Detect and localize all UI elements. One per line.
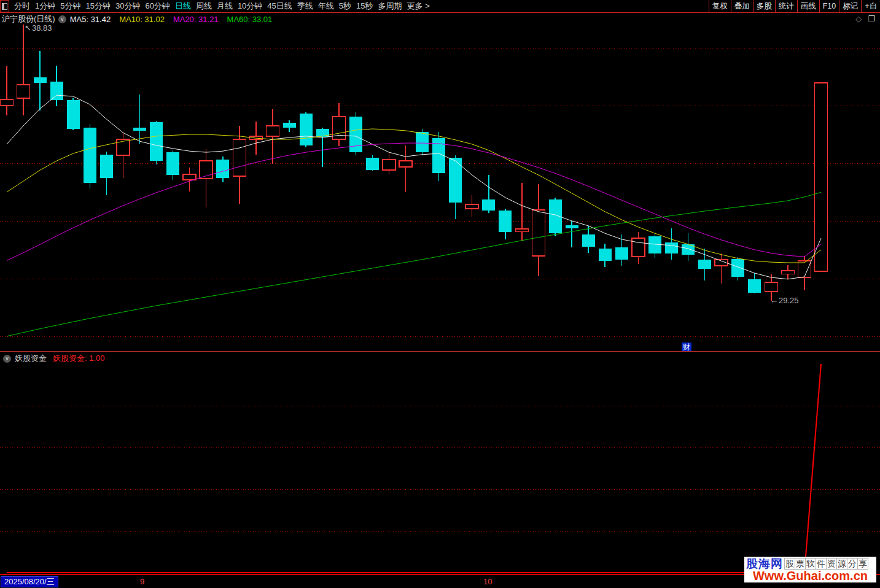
app-window: { "topbar": { "periods": ["分时","1分钟","5分… (0, 0, 880, 588)
watermark: 股海网 股票软件资源分享 Www.Guhai.com.cn (744, 557, 876, 582)
tool-button-1[interactable]: 叠加 (731, 0, 753, 12)
watermark-url: Www.Guhai.com.cn (746, 570, 874, 582)
high-price-annotation: ↖38.83 (25, 23, 52, 33)
axis-month-label-1: 10 (483, 577, 492, 586)
period-tab-6[interactable]: 日线 (173, 1, 193, 12)
period-tab-8[interactable]: 月线 (214, 1, 235, 12)
period-tab-5[interactable]: 60分钟 (142, 1, 172, 12)
tool-button-4[interactable]: 画线 (797, 0, 819, 12)
period-tab-13[interactable]: 5秒 (337, 1, 354, 12)
axis-month-label-0: 9 (140, 577, 144, 586)
start-date-label[interactable]: 2025/08/20/三 (1, 576, 58, 587)
period-tabs: 分时1分钟5分钟15分钟30分钟60分钟日线周线月线10分钟45日线季线年线5秒… (12, 1, 432, 12)
chevron-down-icon[interactable]: ∨ (3, 355, 11, 363)
tool-buttons: 复权叠加多股统计画线F10标记+自 (709, 0, 880, 12)
tool-button-6[interactable]: 标记 (839, 0, 861, 12)
indicator-panel[interactable]: ∨ 妖股资金 妖股资金: 1.00 (0, 351, 880, 574)
split-panes-icon[interactable]: ❐ (868, 14, 875, 23)
period-toolbar: 分时1分钟5分钟15分钟30分钟60分钟日线周线月线10分钟45日线季线年线5秒… (0, 0, 880, 13)
arrow-left-icon: ← (770, 296, 778, 305)
indicator-header: ∨ 妖股资金 妖股资金: 1.00 (0, 353, 105, 364)
financial-report-badge[interactable]: 财 (682, 342, 691, 351)
tool-button-0[interactable]: 复权 (709, 0, 731, 12)
stock-info-bar: 沪宁股份(日线) ∨ MA5: 31.42 MA10: 31.02 MA20: … (0, 14, 880, 25)
period-tab-15[interactable]: 多周期 (376, 1, 405, 12)
ma60-value: MA60: 33.01 (227, 15, 273, 24)
period-tab-9[interactable]: 10分钟 (235, 1, 265, 12)
window-menu-icon[interactable] (0, 0, 9, 12)
period-tab-7[interactable]: 周线 (193, 1, 214, 12)
period-tab-12[interactable]: 年线 (316, 1, 337, 12)
period-tab-4[interactable]: 30分钟 (113, 1, 142, 12)
tool-button-5[interactable]: F10 (819, 0, 839, 12)
indicator-value: 妖股资金: 1.00 (53, 353, 105, 364)
tool-button-2[interactable]: 多股 (753, 0, 775, 12)
low-price-annotation: ←29.25 (770, 296, 799, 305)
period-tab-2[interactable]: 5分钟 (58, 1, 83, 12)
diamond-icon[interactable]: ◇ (855, 14, 862, 23)
period-tab-14[interactable]: 15秒 (354, 1, 375, 12)
period-tab-10[interactable]: 45日线 (265, 1, 294, 12)
ma10-value: MA10: 31.02 (119, 15, 165, 24)
main-candlestick-chart[interactable]: ↖38.83 ←29.25 财 (0, 25, 880, 351)
arrow-up-left-icon: ↖ (25, 23, 31, 33)
tool-button-3[interactable]: 统计 (775, 0, 797, 12)
ma5-value: MA5: 31.42 (70, 15, 111, 24)
ma20-value: MA20: 31.21 (173, 15, 219, 24)
watermark-tagline: 股票软件资源分享 (785, 558, 868, 570)
period-tab-16[interactable]: 更多 > (405, 1, 432, 12)
period-tab-11[interactable]: 季线 (295, 1, 316, 12)
period-tab-3[interactable]: 15分钟 (83, 1, 112, 12)
chevron-down-icon[interactable]: ∨ (58, 15, 66, 23)
period-tab-1[interactable]: 1分钟 (33, 1, 58, 12)
period-tab-0[interactable]: 分时 (12, 1, 33, 12)
tool-button-7[interactable]: +自 (861, 0, 880, 12)
indicator-name[interactable]: 妖股资金 (15, 353, 47, 364)
